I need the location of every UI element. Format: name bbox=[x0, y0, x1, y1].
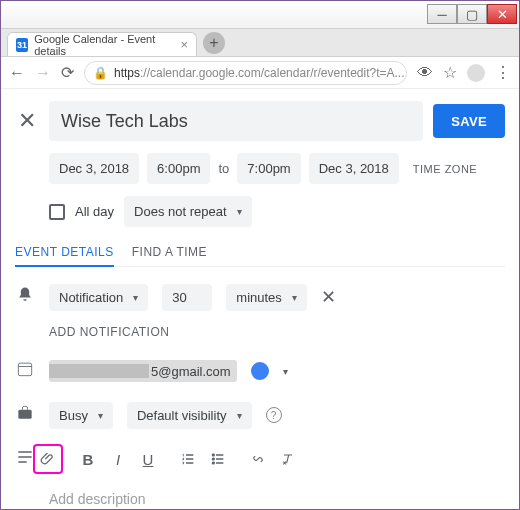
url-path: /calendar/r/eventedit?t=A... bbox=[261, 66, 405, 80]
all-day-label: All day bbox=[75, 204, 114, 219]
formatting-toolbar: B I U bbox=[33, 444, 303, 474]
window-titlebar: ─ ▢ ✕ bbox=[1, 1, 519, 29]
bold-button[interactable]: B bbox=[73, 444, 103, 474]
eye-icon[interactable]: 👁 bbox=[417, 64, 433, 82]
svg-rect-0 bbox=[18, 363, 31, 376]
event-title-input[interactable] bbox=[49, 101, 423, 141]
attachment-button[interactable] bbox=[33, 444, 63, 474]
recurrence-dropdown[interactable]: Does not repeat bbox=[124, 196, 252, 227]
end-time-picker[interactable]: 7:00pm bbox=[237, 153, 300, 184]
window-maximize-button[interactable]: ▢ bbox=[457, 4, 487, 24]
bookmark-star-icon[interactable]: ☆ bbox=[443, 63, 457, 82]
reload-button[interactable]: ⟳ bbox=[61, 63, 74, 82]
url-host: ://calendar.google.com bbox=[140, 66, 261, 80]
start-date-picker[interactable]: Dec 3, 2018 bbox=[49, 153, 139, 184]
calendar-favicon: 31 bbox=[16, 38, 28, 52]
tab-close-icon[interactable]: × bbox=[180, 37, 188, 52]
underline-button[interactable]: U bbox=[133, 444, 163, 474]
email-suffix: 5@gmail.com bbox=[151, 364, 231, 379]
browser-menu-icon[interactable]: ⋮ bbox=[495, 63, 511, 82]
url-scheme: https bbox=[114, 66, 140, 80]
tab-event-details[interactable]: EVENT DETAILS bbox=[15, 239, 114, 267]
availability-dropdown[interactable]: Busy bbox=[49, 402, 113, 429]
briefcase-icon bbox=[15, 403, 35, 427]
svg-rect-1 bbox=[18, 410, 31, 419]
end-date-picker[interactable]: Dec 3, 2018 bbox=[309, 153, 399, 184]
add-notification-button[interactable]: ADD NOTIFICATION bbox=[49, 325, 505, 339]
calendar-icon bbox=[15, 359, 35, 383]
visibility-help-icon[interactable]: ? bbox=[266, 407, 282, 423]
italic-button[interactable]: I bbox=[103, 444, 133, 474]
description-input[interactable]: Add description bbox=[49, 487, 505, 509]
browser-toolbar: ← → ⟳ 🔒 https://calendar.google.com/cale… bbox=[1, 57, 519, 89]
calendar-color-dropdown-icon[interactable]: ▾ bbox=[283, 366, 288, 377]
visibility-dropdown[interactable]: Default visibility bbox=[127, 402, 252, 429]
link-button[interactable] bbox=[243, 444, 273, 474]
remove-notification-button[interactable]: ✕ bbox=[321, 286, 336, 308]
save-button[interactable]: SAVE bbox=[433, 104, 505, 138]
all-day-checkbox[interactable] bbox=[49, 204, 65, 220]
forward-button[interactable]: → bbox=[35, 64, 51, 82]
back-button[interactable]: ← bbox=[9, 64, 25, 82]
notification-type-dropdown[interactable]: Notification bbox=[49, 284, 148, 311]
profile-avatar[interactable] bbox=[467, 64, 485, 82]
redacted-email-prefix bbox=[49, 364, 149, 378]
description-icon bbox=[15, 447, 35, 471]
lock-icon: 🔒 bbox=[93, 66, 108, 80]
calendar-owner-chip[interactable]: 5@gmail.com bbox=[49, 360, 237, 382]
tab-find-a-time[interactable]: FIND A TIME bbox=[132, 239, 207, 266]
new-tab-button[interactable]: + bbox=[203, 32, 225, 54]
notification-value-input[interactable] bbox=[162, 284, 212, 311]
bell-icon bbox=[15, 285, 35, 309]
svg-point-3 bbox=[212, 458, 214, 460]
start-time-picker[interactable]: 6:00pm bbox=[147, 153, 210, 184]
address-bar[interactable]: 🔒 https://calendar.google.com/calendar/r… bbox=[84, 61, 407, 85]
browser-tabstrip: 31 Google Calendar - Event details × + bbox=[1, 29, 519, 57]
clear-formatting-button[interactable] bbox=[273, 444, 303, 474]
timezone-button[interactable]: TIME ZONE bbox=[413, 163, 477, 175]
event-tabs: EVENT DETAILS FIND A TIME bbox=[15, 239, 505, 267]
notification-unit-dropdown[interactable]: minutes bbox=[226, 284, 307, 311]
window-close-button[interactable]: ✕ bbox=[487, 4, 517, 24]
browser-tab[interactable]: 31 Google Calendar - Event details × bbox=[7, 32, 197, 56]
bulleted-list-button[interactable] bbox=[203, 444, 233, 474]
to-label: to bbox=[218, 161, 229, 176]
svg-point-4 bbox=[212, 462, 214, 464]
calendar-color-dot[interactable] bbox=[251, 362, 269, 380]
tab-title: Google Calendar - Event details bbox=[34, 33, 170, 57]
close-event-button[interactable]: ✕ bbox=[15, 108, 39, 134]
window-minimize-button[interactable]: ─ bbox=[427, 4, 457, 24]
numbered-list-button[interactable] bbox=[173, 444, 203, 474]
svg-point-2 bbox=[212, 454, 214, 456]
